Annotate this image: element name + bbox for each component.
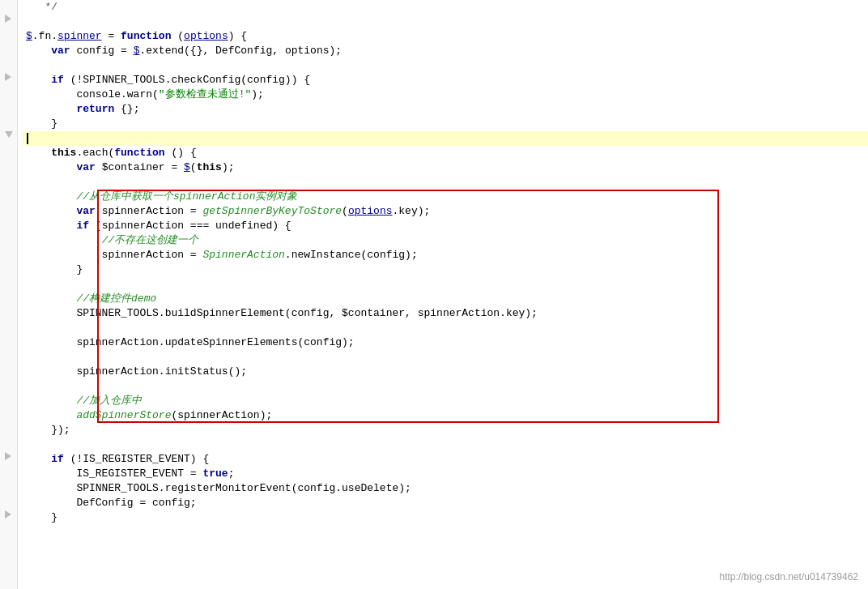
code-line <box>23 15 868 29</box>
code-line: if (!SPINNER_TOOLS.checkConfig(config)) … <box>23 73 868 87</box>
code-line: var $container = $(this); <box>23 160 868 175</box>
code-line <box>23 58 868 73</box>
code-line: return {}; <box>23 102 868 117</box>
code-line: DefConfig = config; <box>23 496 868 510</box>
code-line: */ <box>23 0 868 15</box>
code-line: this.each(function () { <box>23 146 868 160</box>
code-lines-container: */ $.fn.spinner = function (options) { v… <box>18 0 868 589</box>
code-line: //加入仓库中 <box>23 394 868 408</box>
code-line <box>23 350 868 365</box>
code-line-highlighted <box>23 131 868 146</box>
editor-container: */ $.fn.spinner = function (options) { v… <box>0 0 868 589</box>
code-line <box>23 321 868 335</box>
code-line <box>23 379 868 394</box>
code-line: } <box>23 510 868 525</box>
code-line: SPINNER_TOOLS.buildSpinnerElement(config… <box>23 306 868 321</box>
code-line: }); <box>23 423 868 437</box>
code-editor: */ $.fn.spinner = function (options) { v… <box>18 0 868 589</box>
code-line: spinnerAction.initStatus(); <box>23 365 868 379</box>
code-line: if (spinnerAction === undefined) { <box>23 219 868 233</box>
code-line: if (!IS_REGISTER_EVENT) { <box>23 452 868 467</box>
code-line: SPINNER_TOOLS.registerMonitorEvent(confi… <box>23 481 868 496</box>
code-line: var spinnerAction = getSpinnerByKeyToSto… <box>23 204 868 219</box>
code-line: console.warn("参数检查未通过!"); <box>23 87 868 102</box>
code-line: $.fn.spinner = function (options) { <box>23 29 868 44</box>
left-gutter <box>0 0 18 589</box>
code-line <box>23 437 868 452</box>
code-line: var config = $.extend({}, DefConfig, opt… <box>23 44 868 58</box>
fold-icon-2[interactable] <box>5 73 11 81</box>
fold-icon-1[interactable] <box>5 15 11 23</box>
watermark-url: http://blog.csdn.net/u014739462 <box>720 571 858 583</box>
code-line: //构建控件demo <box>23 292 868 306</box>
code-line <box>23 175 868 190</box>
code-line: addSpinnerStore(spinnerAction); <box>23 408 868 423</box>
fold-icon-5[interactable] <box>5 510 11 519</box>
fold-icon-3[interactable] <box>5 131 13 138</box>
code-line: spinnerAction = SpinnerAction.newInstanc… <box>23 248 868 262</box>
fold-icon-4[interactable] <box>5 452 11 460</box>
code-line: } <box>23 262 868 277</box>
code-line <box>23 277 868 292</box>
code-line: //从仓库中获取一个spinnerAction实例对象 <box>23 190 868 204</box>
code-line: //不存在这创建一个 <box>23 233 868 248</box>
code-line: spinnerAction.updateSpinnerElements(conf… <box>23 335 868 350</box>
code-content[interactable]: */ $.fn.spinner = function (options) { v… <box>18 0 868 589</box>
code-line: } <box>23 117 868 131</box>
code-line: IS_REGISTER_EVENT = true; <box>23 467 868 481</box>
